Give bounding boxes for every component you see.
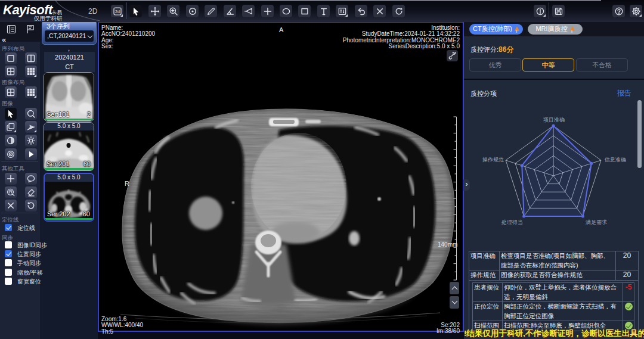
- svg-text:2d: 2d: [115, 9, 120, 13]
